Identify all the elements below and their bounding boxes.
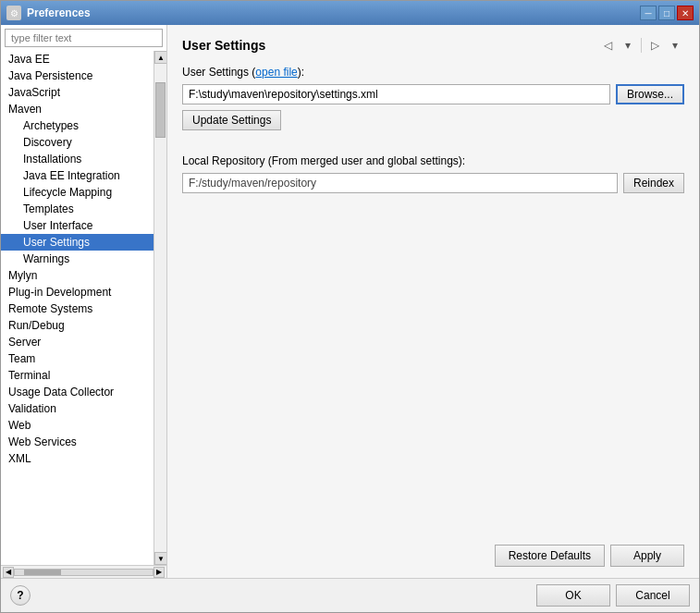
window-icon: ⚙ [6,6,21,20]
ok-button[interactable]: OK [536,584,610,607]
tree-item[interactable]: Run/Debug [1,317,154,334]
tree-item[interactable]: Mylyn [1,267,154,284]
tree-item[interactable]: Java Persistence [1,67,154,84]
local-repo-label: Local Repository (From merged user and g… [182,154,684,167]
window-title: Preferences [27,6,640,19]
tree-item[interactable]: Team [1,350,154,367]
bottom-buttons: Restore Defaults Apply [182,545,684,567]
tree-item[interactable]: Remote Systems [1,300,154,317]
title-bar-controls: ─ □ ✕ [640,6,694,20]
vertical-scrollbar[interactable]: ▲ ▼ [154,51,166,565]
tree-item[interactable]: User Settings [1,234,154,251]
apply-button[interactable]: Apply [610,545,684,567]
panel-header: User Settings ◁ ▾ ▷ ▾ [182,36,684,55]
tree-item[interactable]: Warnings [1,251,154,267]
tree-item[interactable]: Lifecycle Mapping [1,184,154,201]
scroll-track-h [14,569,154,576]
settings-path-input[interactable] [182,84,610,104]
minimize-button[interactable]: ─ [640,6,657,20]
tree-item[interactable]: XML [1,450,154,467]
horizontal-scrollbar[interactable]: ◀ ▶ [1,565,166,578]
tree-item[interactable]: Installations [1,151,154,167]
update-settings-row: Update Settings [182,110,684,130]
tree-item[interactable]: Terminal [1,367,154,384]
tree-item[interactable]: Java EE [1,51,154,67]
forward-button[interactable]: ▷ [645,36,664,55]
back-dropdown-button[interactable]: ▾ [619,36,637,55]
tree-item[interactable]: Java EE Integration [1,167,154,184]
scroll-thumb[interactable] [155,82,166,138]
tree-item[interactable]: Archetypes [1,117,154,134]
close-button[interactable]: ✕ [677,6,694,20]
content-area: Java EEJava PersistenceJavaScriptMavenAr… [1,25,699,578]
tree-area: Java EEJava PersistenceJavaScriptMavenAr… [1,51,154,565]
toolbar-separator [641,38,642,53]
user-settings-section: User Settings (open file): Browse... Upd… [182,66,684,130]
left-scroll-area: Java EEJava PersistenceJavaScriptMavenAr… [1,51,166,565]
panel-title: User Settings [182,38,265,53]
open-file-link[interactable]: open file [255,66,297,79]
local-repo-input[interactable] [182,173,618,193]
tree-item[interactable]: Usage Data Collector [1,384,154,400]
reindex-button[interactable]: Reindex [623,173,684,193]
toolbar-icons: ◁ ▾ ▷ ▾ [598,36,684,55]
local-repo-row: Reindex [182,173,684,193]
restore-defaults-button[interactable]: Restore Defaults [495,545,605,567]
tree-item[interactable]: JavaScript [1,84,154,101]
update-settings-button[interactable]: Update Settings [182,110,281,130]
tree-item[interactable]: Templates [1,201,154,217]
tree-item[interactable]: Web Services [1,434,154,450]
user-settings-label-end: ): [298,66,304,79]
back-button[interactable]: ◁ [598,36,617,55]
settings-path-row: Browse... [182,84,684,104]
user-settings-label: User Settings (open file): [182,66,684,79]
title-bar: ⚙ Preferences ─ □ ✕ [1,1,699,25]
right-panel: User Settings ◁ ▾ ▷ ▾ User Settings (ope… [167,25,699,578]
help-button[interactable]: ? [10,585,31,606]
ok-cancel-row: OK Cancel [536,584,690,607]
tree-item[interactable]: User Interface [1,217,154,234]
scroll-up-arrow[interactable]: ▲ [154,51,166,64]
local-repo-section: Local Repository (From merged user and g… [182,154,684,193]
cancel-button[interactable]: Cancel [616,584,690,607]
scroll-track [154,64,166,552]
scroll-left-arrow[interactable]: ◀ [3,567,14,578]
maximize-button[interactable]: □ [658,6,675,20]
scroll-down-arrow[interactable]: ▼ [154,552,166,565]
tree-item[interactable]: Plug-in Development [1,284,154,300]
scroll-right-arrow[interactable]: ▶ [154,567,165,578]
tree-item[interactable]: Maven [1,101,154,117]
tree-item[interactable]: Discovery [1,134,154,151]
scroll-thumb-h[interactable] [24,570,61,575]
preferences-window: ⚙ Preferences ─ □ ✕ Java EEJava Persiste… [0,0,700,613]
forward-dropdown-button[interactable]: ▾ [666,36,684,55]
action-buttons-row: Restore Defaults Apply [182,545,684,567]
bottom-bar: ? OK Cancel [1,578,699,612]
browse-button[interactable]: Browse... [616,84,684,104]
user-settings-label-text: User Settings ( [182,66,255,79]
left-panel: Java EEJava PersistenceJavaScriptMavenAr… [1,25,167,578]
filter-input[interactable] [5,29,163,47]
tree-item[interactable]: Validation [1,400,154,417]
tree-item[interactable]: Server [1,334,154,350]
tree-item[interactable]: Web [1,417,154,434]
